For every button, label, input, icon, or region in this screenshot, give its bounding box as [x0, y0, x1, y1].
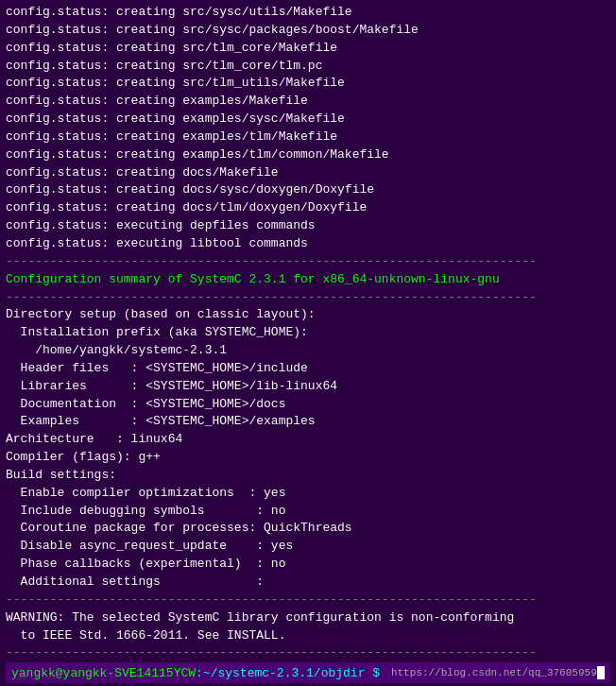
terminal-line: Directory setup (based on classic layout…: [6, 306, 610, 324]
terminal-line: Examples : <SYSTEMC_HOME>/examples: [6, 413, 610, 431]
terminal-line: config.status: creating src/sysc/package…: [6, 22, 610, 40]
url-label: https://blog.csdn.net/qq_37605959: [391, 667, 597, 678]
terminal-line: config.status: creating examples/sysc/Ma…: [6, 111, 610, 129]
terminal-line: config.status: executing depfiles comman…: [6, 217, 610, 235]
terminal-line: Libraries : <SYSTEMC_HOME>/lib-linux64: [6, 378, 610, 396]
terminal-line: Installation prefix (aka SYSTEMC_HOME):: [6, 324, 610, 342]
terminal-line: config.status: creating src/sysc/utils/M…: [6, 4, 610, 22]
terminal-line: Additional settings :: [6, 574, 610, 592]
terminal-line: Coroutine package for processes: QuickTh…: [6, 520, 610, 538]
cursor-block: [597, 666, 605, 679]
terminal-line: config.status: creating examples/Makefil…: [6, 93, 610, 111]
terminal-output: config.status: creating src/sysc/utils/M…: [6, 4, 610, 662]
terminal-line: ----------------------------------------…: [6, 289, 610, 307]
terminal-line: Documentation : <SYSTEMC_HOME>/docs: [6, 396, 610, 414]
path-label: :~/systemc-2.3.1/objdir $: [196, 666, 387, 680]
terminal-line: config.status: creating src/tlm_utils/Ma…: [6, 75, 610, 93]
terminal-line: config.status: creating examples/tlm/com…: [6, 146, 610, 164]
terminal-line: Build settings:: [6, 467, 610, 485]
terminal-line: to IEEE Std. 1666-2011. See INSTALL.: [6, 627, 610, 645]
terminal-line: Enable compiler optimizations : yes: [6, 485, 610, 503]
terminal-line: Configuration summary of SystemC 2.3.1 f…: [6, 271, 610, 289]
terminal-line: ----------------------------------------…: [6, 592, 610, 609]
terminal-line: Include debugging symbols : no: [6, 503, 610, 521]
terminal-line: Phase callbacks (experimental) : no: [6, 556, 610, 574]
terminal-line: config.status: creating docs/sysc/doxyge…: [6, 181, 610, 199]
user-host-label: yangkk@yangkk-SVE14115YCW: [11, 666, 196, 680]
terminal-line: WARNING: The selected SystemC library co…: [6, 609, 610, 627]
terminal-line: ----------------------------------------…: [6, 644, 610, 662]
terminal-line: Header files : <SYSTEMC_HOME>/include: [6, 360, 610, 378]
terminal-line: Compiler (flags): g++: [6, 449, 610, 467]
terminal-line: config.status: creating src/tlm_core/tlm…: [6, 58, 610, 76]
terminal-line: ----------------------------------------…: [6, 253, 610, 271]
terminal-prompt-bar[interactable]: yangkk@yangkk-SVE14115YCW:~/systemc-2.3.…: [6, 662, 610, 683]
terminal-line: config.status: creating examples/tlm/Mak…: [6, 129, 610, 146]
terminal-line: /home/yangkk/systemc-2.3.1: [6, 342, 610, 360]
terminal-line: config.status: creating docs/tlm/doxygen…: [6, 199, 610, 217]
terminal-line: config.status: executing libtool command…: [6, 235, 610, 253]
terminal-window: config.status: creating src/sysc/utils/M…: [0, 0, 616, 686]
terminal-line: config.status: creating src/tlm_core/Mak…: [6, 40, 610, 58]
terminal-line: Disable async_request_update : yes: [6, 538, 610, 556]
terminal-line: config.status: creating docs/Makefile: [6, 164, 610, 182]
terminal-line: Architecture : linux64: [6, 431, 610, 449]
